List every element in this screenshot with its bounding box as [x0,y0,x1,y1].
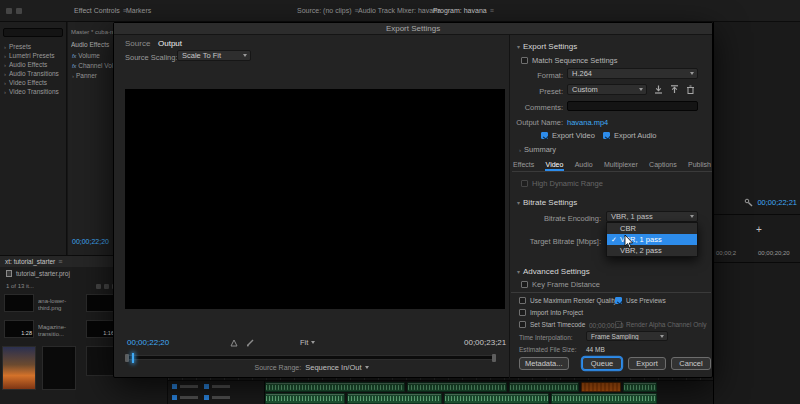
summary-disclosure[interactable]: › Summary [519,145,556,154]
playhead-marker[interactable] [132,353,134,363]
import-into-project-checkbox[interactable] [519,309,526,316]
cancel-button[interactable]: Cancel [671,357,711,370]
export-button[interactable]: Export [628,357,666,370]
project-thumb-label[interactable]: ana-lower-third.png [38,298,82,311]
chevron-down-icon[interactable]: ▾ [517,199,520,206]
timeline-audio-clip[interactable] [623,382,657,392]
menu-option-vbr-1-pass[interactable]: ✓ VBR, 1 pass [607,234,697,245]
use-max-quality-row[interactable]: Use Maximum Render Quality [519,297,617,304]
metadata-button[interactable]: Metadata... [519,357,569,370]
effects-search-input[interactable] [3,28,63,37]
source-scaling-dropdown[interactable]: Scale To Fit [177,50,251,61]
chevron-right-icon[interactable]: › [4,44,6,50]
program-timecode[interactable]: 00;00;22;21 [757,198,797,207]
set-start-timecode-row[interactable]: Set Start Timecode [519,321,585,328]
match-sequence-settings-row[interactable]: Match Sequence Settings [521,56,617,65]
project-thumbnail-sunset-photo[interactable] [2,346,36,390]
track-control-icon[interactable] [180,396,198,399]
chevron-right-icon[interactable]: › [4,80,6,86]
preset-dropdown[interactable]: Custom [567,84,647,95]
button-editor-plus-icon[interactable]: + [756,224,762,235]
tab-markers[interactable]: Markers [126,7,151,14]
project-thumbnail[interactable]: 1:16 [86,320,116,338]
timeline-audio-clip[interactable] [265,382,405,392]
preview-zoom-dropdown[interactable]: Fit [300,338,315,347]
project-thumbnail[interactable] [4,294,34,312]
export-video-checkbox[interactable] [541,132,548,139]
wrench-settings-icon[interactable] [744,198,753,207]
preview-current-timecode[interactable]: 00;00;22;20 [127,338,169,347]
import-into-project-row[interactable]: Import Into Project [519,309,583,316]
project-thumbnail[interactable] [42,346,76,390]
set-start-timecode-checkbox[interactable] [519,321,526,328]
effects-folder-presets[interactable]: ›Presets [0,42,67,51]
panel-menu-icon[interactable]: ≡ [490,7,494,14]
panel-menu-icon[interactable]: ≡ [58,258,62,265]
preview-tab-source[interactable]: Source [125,39,150,48]
project-thumb-label[interactable]: Magazine-transitio... [38,324,82,337]
export-audio-row[interactable]: Export Audio [603,131,657,140]
track-control-icon[interactable] [212,385,230,388]
effects-folder-audio-effects[interactable]: ›Audio Effects [0,60,67,69]
save-preset-icon[interactable] [653,84,664,94]
project-panel-tab[interactable]: xt: tutorial_starter ≡ [0,256,120,267]
chevron-right-icon[interactable]: › [4,53,6,59]
queue-button[interactable]: Queue [582,357,622,370]
effects-folder-lumetri-presets[interactable]: ›Lumetri Presets [0,51,67,60]
timeline-audio-clip[interactable] [509,382,579,392]
tab-audio-track-mixer[interactable]: Audio Track Mixer: havana [358,7,441,14]
match-sequence-checkbox[interactable] [521,57,528,64]
export-video-row[interactable]: Export Video [541,131,595,140]
effects-folder-video-effects[interactable]: ›Video Effects [0,78,67,87]
timeline-audio-clip[interactable] [444,393,549,404]
list-view-icon[interactable] [96,284,101,289]
format-dropdown[interactable]: H.264 [567,68,698,79]
project-thumbnail[interactable]: 1:28 [4,320,34,338]
effects-folder-audio-transitions[interactable]: ›Audio Transitions [0,69,67,78]
workspace-icon[interactable] [16,8,22,14]
video-preview[interactable] [125,89,505,309]
time-interpolation-dropdown[interactable]: Frame Sampling [586,331,668,341]
tab-program-monitor[interactable]: Program: havana ≡ [433,7,494,14]
effect-controls-timecode[interactable]: 00;00;22;20 [72,238,109,245]
project-thumbnail[interactable] [86,346,116,376]
tab-effect-controls[interactable]: Effect Controls ≡ [74,7,127,14]
key-frame-distance-row[interactable]: Key Frame Distance [521,280,600,289]
track-lock-icon[interactable] [172,384,177,389]
chevron-right-icon[interactable]: › [4,71,6,77]
out-point-handle[interactable] [492,354,496,362]
use-previews-row[interactable]: Use Previews [615,297,666,304]
timeline-marker-clip[interactable] [581,382,621,392]
preview-tab-output[interactable]: Output [158,39,182,48]
chevron-right-icon[interactable]: › [4,62,6,68]
tab-effects[interactable]: Effects [512,159,535,171]
project-thumbnail[interactable] [86,294,116,312]
effect-panner-row[interactable]: › Panner [72,72,97,79]
timeline-audio-clip[interactable] [551,393,657,404]
delete-preset-icon[interactable] [685,84,696,94]
timeline-audio-clip[interactable] [407,382,507,392]
marker-tool-icon[interactable] [230,339,238,347]
timeline-audio-clip[interactable] [347,393,442,404]
comments-input[interactable] [567,101,698,111]
tab-captions[interactable]: Captions [648,159,678,171]
import-preset-icon[interactable] [669,84,680,94]
app-home-icon[interactable] [6,8,12,14]
track-solo-icon[interactable] [204,395,209,400]
menu-option-cbr[interactable]: CBR [607,223,697,234]
chevron-down-icon[interactable]: ▾ [517,268,520,275]
timeline-audio-clip[interactable] [265,393,345,404]
output-name-link[interactable]: havana.mp4 [567,118,608,127]
advanced-settings-section-header[interactable]: ▾ Advanced Settings [517,267,590,276]
tab-video[interactable]: Video [545,159,565,171]
tab-multiplexer[interactable]: Multiplexer [603,159,639,171]
tab-source-monitor[interactable]: Source: (no clips) ≡ [297,7,359,14]
export-audio-checkbox[interactable] [603,132,610,139]
project-item-row[interactable]: tutorial_starter.proj [6,270,70,277]
pen-tool-icon[interactable] [246,338,255,347]
chevron-down-icon[interactable]: ▾ [517,43,520,50]
chevron-right-icon[interactable]: › [519,147,521,153]
export-settings-section-header[interactable]: ▾ Export Settings [517,42,577,51]
key-frame-checkbox[interactable] [521,281,528,288]
in-point-handle[interactable] [125,354,129,362]
